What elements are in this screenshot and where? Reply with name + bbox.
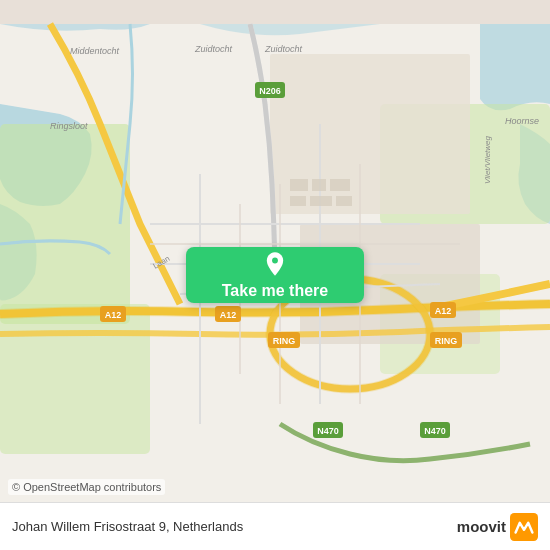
take-me-there-label: Take me there [222,282,328,300]
copyright-label: © OpenStreetMap contributors [12,481,161,493]
svg-text:Ringsloot: Ringsloot [50,121,88,131]
svg-text:A12: A12 [435,306,452,316]
svg-rect-49 [510,513,538,541]
moovit-text: moovit [457,518,506,535]
svg-rect-21 [290,196,306,206]
svg-rect-22 [310,196,332,206]
bottom-bar: Johan Willem Frisostraat 9, Netherlands … [0,502,550,550]
moovit-logo-icon [510,513,538,541]
svg-text:N470: N470 [424,426,446,436]
svg-rect-20 [330,179,350,191]
location-pin-icon [261,250,289,278]
svg-point-48 [272,258,278,264]
svg-text:N206: N206 [259,86,281,96]
svg-text:Hoornse: Hoornse [505,116,539,126]
svg-text:RING: RING [435,336,458,346]
svg-rect-19 [312,179,326,191]
svg-text:Vliet/Vlietweg: Vliet/Vlietweg [483,135,492,184]
svg-text:A12: A12 [105,310,122,320]
svg-text:N470: N470 [317,426,339,436]
moovit-logo: moovit [457,513,538,541]
svg-text:Zuidtocht: Zuidtocht [264,44,303,54]
svg-text:Zuidtocht: Zuidtocht [194,44,233,54]
svg-rect-23 [336,196,352,206]
svg-text:RING: RING [273,336,296,346]
svg-text:Middentocht: Middentocht [70,46,120,56]
map-container: A12 A12 A12 N206 RING RING N470 N470 Mid… [0,0,550,550]
svg-text:A12: A12 [220,310,237,320]
take-me-there-button[interactable]: Take me there [186,247,364,303]
copyright-text: © OpenStreetMap contributors [8,479,165,495]
address-text: Johan Willem Frisostraat 9, Netherlands [12,519,243,534]
svg-rect-2 [0,304,150,454]
svg-rect-18 [290,179,308,191]
